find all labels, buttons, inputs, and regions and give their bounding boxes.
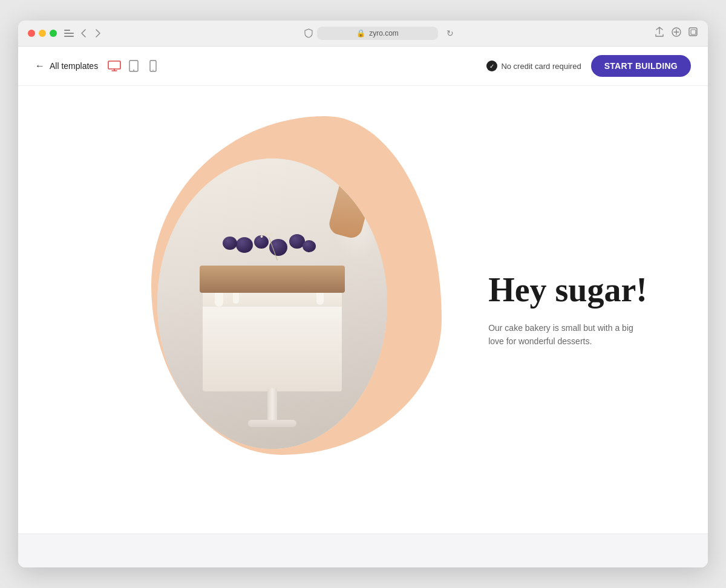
lock-icon: 🔒: [356, 29, 365, 38]
svg-point-5: [133, 70, 134, 71]
sidebar-toggle-icon[interactable]: [64, 30, 74, 37]
browser-controls: [64, 28, 103, 39]
close-button[interactable]: [28, 30, 35, 37]
no-credit-card-text: No credit card required: [501, 62, 581, 71]
maximize-button[interactable]: [50, 30, 57, 37]
hero-text-area: Hey sugar! Our cake bakery is small but …: [488, 272, 647, 348]
svg-rect-3: [108, 61, 120, 69]
share-button[interactable]: [655, 27, 664, 40]
preview-area: Hey sugar! Our cake bakery is small but …: [18, 86, 708, 534]
hero-subtitle: Our cake bakery is small but with a big …: [488, 321, 633, 348]
url-text: zyro.com: [369, 29, 399, 38]
toolbar: ← All templates: [18, 47, 708, 86]
svg-point-7: [152, 70, 154, 71]
desktop-view-icon[interactable]: [108, 60, 121, 71]
address-bar: 🔒 zyro.com ↻: [110, 27, 647, 40]
svg-rect-2: [691, 30, 696, 34]
back-to-templates-link[interactable]: ← All templates: [35, 60, 98, 71]
traffic-lights: [28, 30, 57, 37]
reload-button[interactable]: ↻: [446, 28, 454, 38]
preview-content: Hey sugar! Our cake bakery is small but …: [18, 86, 708, 534]
back-link-label: All templates: [50, 61, 98, 71]
back-arrow-icon: ←: [35, 60, 45, 71]
browser-actions: [655, 27, 698, 40]
browser-chrome: 🔒 zyro.com ↻: [18, 21, 708, 47]
bottom-bar: [18, 534, 708, 567]
windows-button[interactable]: [688, 27, 698, 39]
cake-image-container: [157, 158, 387, 449]
new-tab-button[interactable]: [672, 27, 681, 39]
minimize-button[interactable]: [39, 30, 46, 37]
hero-title: Hey sugar!: [488, 272, 647, 309]
back-browser-button[interactable]: [79, 28, 88, 39]
start-building-button[interactable]: START BUILDING: [591, 55, 691, 77]
url-bar[interactable]: 🔒 zyro.com: [317, 27, 438, 40]
forward-browser-button[interactable]: [93, 28, 103, 39]
tablet-view-icon[interactable]: [127, 60, 140, 71]
browser-window: 🔒 zyro.com ↻: [18, 21, 708, 567]
shield-icon: [304, 28, 313, 38]
toolbar-left: ← All templates: [35, 60, 160, 71]
cake-visual: [157, 158, 387, 449]
check-circle-icon: ✓: [486, 60, 497, 71]
device-icons: [108, 60, 160, 71]
toolbar-right: ✓ No credit card required START BUILDING: [486, 55, 691, 77]
mobile-view-icon[interactable]: [146, 60, 160, 71]
no-credit-card-label: ✓ No credit card required: [486, 60, 581, 71]
